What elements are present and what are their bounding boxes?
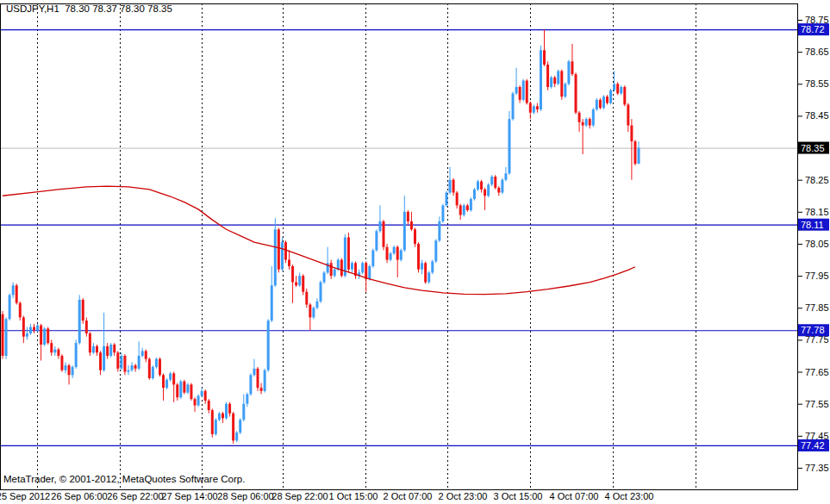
candlestick-series[interactable]: [2, 29, 640, 444]
svg-text:78.35: 78.35: [801, 143, 825, 153]
svg-text:78.15: 78.15: [805, 207, 829, 217]
svg-text:77.42: 77.42: [801, 440, 825, 451]
svg-text:77.65: 77.65: [805, 367, 829, 377]
svg-text:3 Oct 15:00: 3 Oct 15:00: [494, 491, 543, 501]
svg-text:26 Sep 06:00: 26 Sep 06:00: [51, 491, 107, 501]
svg-text:77.95: 77.95: [805, 271, 829, 281]
svg-text:77.55: 77.55: [805, 399, 829, 409]
time-axis[interactable]: 25 Sep 201226 Sep 06:0026 Sep 22:0027 Se…: [0, 491, 653, 501]
svg-text:28 Sep 22:00: 28 Sep 22:00: [271, 491, 328, 501]
svg-text:27 Sep 14:00: 27 Sep 14:00: [161, 491, 217, 501]
chart-title-ohlc-readout: USDJPY,H1 78.30 78.37 78.30 78.35: [6, 3, 172, 14]
svg-text:4 Oct 23:00: 4 Oct 23:00: [605, 491, 654, 501]
chart-border: [0, 3, 798, 490]
svg-text:78.65: 78.65: [805, 47, 829, 57]
metatrader-chart-window: 78.7578.6578.5578.4578.3578.2578.1578.05…: [0, 0, 830, 504]
svg-text:77.35: 77.35: [805, 463, 829, 473]
svg-text:2 Oct 23:00: 2 Oct 23:00: [439, 491, 488, 501]
svg-text:77.85: 77.85: [805, 302, 829, 313]
svg-text:78.25: 78.25: [805, 175, 829, 185]
moving-average-line: [3, 186, 635, 295]
svg-text:78.72: 78.72: [801, 24, 825, 34]
svg-text:1 Oct 15:00: 1 Oct 15:00: [329, 491, 378, 501]
svg-text:2 Oct 07:00: 2 Oct 07:00: [384, 491, 433, 501]
svg-text:4 Oct 07:00: 4 Oct 07:00: [550, 491, 599, 501]
svg-text:78.05: 78.05: [805, 239, 829, 249]
svg-text:25 Sep 2012: 25 Sep 2012: [0, 491, 50, 501]
copyright-watermark: MetaTrader, © 2001-2012, MetaQuotes Soft…: [3, 474, 245, 484]
chart-canvas: 78.7578.6578.5578.4578.3578.2578.1578.05…: [0, 0, 830, 504]
price-axis[interactable]: 78.7578.6578.5578.4578.3578.2578.1578.05…: [798, 15, 829, 473]
svg-text:77.78: 77.78: [801, 325, 825, 335]
svg-text:78.45: 78.45: [805, 110, 829, 121]
svg-text:78.55: 78.55: [805, 78, 829, 89]
grid-layer: [38, 3, 696, 489]
svg-text:78.11: 78.11: [801, 220, 824, 230]
svg-text:26 Sep 22:00: 26 Sep 22:00: [107, 491, 163, 501]
svg-text:28 Sep 06:00: 28 Sep 06:00: [217, 491, 273, 501]
